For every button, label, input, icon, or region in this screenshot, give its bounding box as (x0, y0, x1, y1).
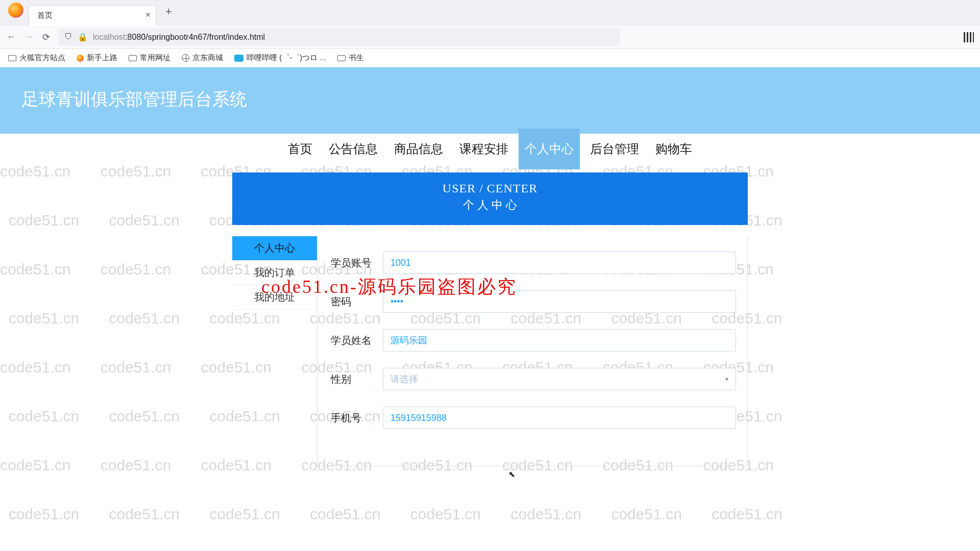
nav-admin[interactable]: 后台管理 (584, 129, 645, 169)
cursor-icon: ⬉ (508, 469, 515, 479)
bookmark-label: 新手上路 (87, 53, 117, 63)
shield-icon: ⛉ (64, 33, 72, 42)
sidebar: 个人中心 我的订单 我的地址 (232, 236, 317, 466)
main-nav: 首页 公告信息 商品信息 课程安排 个人中心 后台管理 购物车 (0, 129, 980, 169)
label-name: 学员姓名 (327, 334, 383, 347)
bookmark-label: 哔哩哔哩 (゜-゜)つロ ... (247, 53, 326, 63)
forward-button[interactable]: → (23, 32, 34, 42)
bookmark-item[interactable]: 火狐官方站点 (8, 53, 65, 63)
page-header: 足球青训俱乐部管理后台系统 (0, 67, 980, 129)
close-icon[interactable]: × (145, 10, 151, 20)
folder-icon (8, 55, 16, 61)
label-account: 学员账号 (327, 256, 383, 270)
bookmarks-bar: 火狐官方站点 新手上路 常用网址 京东商城 哔哩哔哩 (゜-゜)つロ ... 书… (0, 49, 980, 67)
firefox-logo-icon (8, 3, 23, 18)
watermark-overlay-text: code51.cn-源码乐园盗图必究 (261, 274, 517, 299)
chevron-down-icon: ▾ (725, 375, 728, 383)
banner-cn: 个 人 中 心 (232, 197, 748, 213)
browser-tab[interactable]: 首页 × (29, 5, 156, 26)
url-path: :8080/springbootr4n67/front/index.html (125, 33, 265, 41)
bookmark-item[interactable]: 常用网址 (129, 53, 170, 63)
bookmark-item[interactable]: 京东商城 (182, 53, 223, 63)
back-button[interactable]: ← (6, 32, 16, 42)
site-title: 足球青训俱乐部管理后台系统 (21, 88, 980, 111)
select-gender[interactable]: 请选择 ▾ (383, 368, 736, 390)
input-name[interactable] (383, 329, 736, 352)
bookmark-item[interactable]: 哔哩哔哩 (゜-゜)つロ ... (234, 53, 326, 63)
bookmark-label: 火狐官方站点 (19, 53, 65, 63)
folder-icon (337, 55, 346, 61)
banner-en: USER / CENTER (232, 182, 748, 195)
tab-title: 首页 (37, 11, 53, 20)
reload-button[interactable]: ⟳ (41, 32, 51, 42)
bookmark-label: 京东商城 (192, 53, 223, 63)
nav-notice[interactable]: 公告信息 (323, 129, 384, 169)
url-bar[interactable]: ⛉ 🔒 localhost:8080/springbootr4n67/front… (58, 29, 620, 46)
bookmark-item[interactable]: 新手上路 (77, 53, 117, 63)
label-phone: 手机号 (327, 411, 383, 425)
sidebar-item-usercenter[interactable]: 个人中心 (232, 236, 317, 261)
nav-cart[interactable]: 购物车 (649, 129, 698, 169)
bookmark-label: 常用网址 (140, 53, 170, 63)
form-panel: 学员账号 密码 学员姓名 性别 请选择 ▾ (317, 236, 748, 466)
new-tab-button[interactable]: + (165, 5, 172, 18)
input-account[interactable] (383, 252, 736, 274)
browser-navbar: ← → ⟳ ⛉ 🔒 localhost:8080/springbootr4n67… (0, 26, 980, 49)
nav-goods[interactable]: 商品信息 (388, 129, 449, 169)
bookmark-label: 书生 (349, 53, 364, 63)
globe-icon (182, 54, 189, 62)
url-host: localhost (93, 33, 125, 41)
nav-usercenter[interactable]: 个人中心 (519, 129, 580, 169)
browser-tabbar: 首页 × + (0, 0, 980, 26)
section-banner: USER / CENTER 个 人 中 心 (232, 172, 748, 225)
nav-home[interactable]: 首页 (282, 129, 318, 169)
label-gender: 性别 (327, 372, 383, 386)
bookmark-item[interactable]: 书生 (337, 53, 364, 63)
select-placeholder: 请选择 (390, 373, 418, 385)
qr-icon[interactable] (964, 32, 974, 42)
folder-icon (129, 55, 137, 61)
input-phone[interactable] (383, 407, 736, 429)
firefox-icon (77, 55, 84, 62)
nav-course[interactable]: 课程安排 (453, 129, 514, 169)
bilibili-icon (234, 55, 243, 62)
lock-icon: 🔒 (78, 32, 88, 42)
